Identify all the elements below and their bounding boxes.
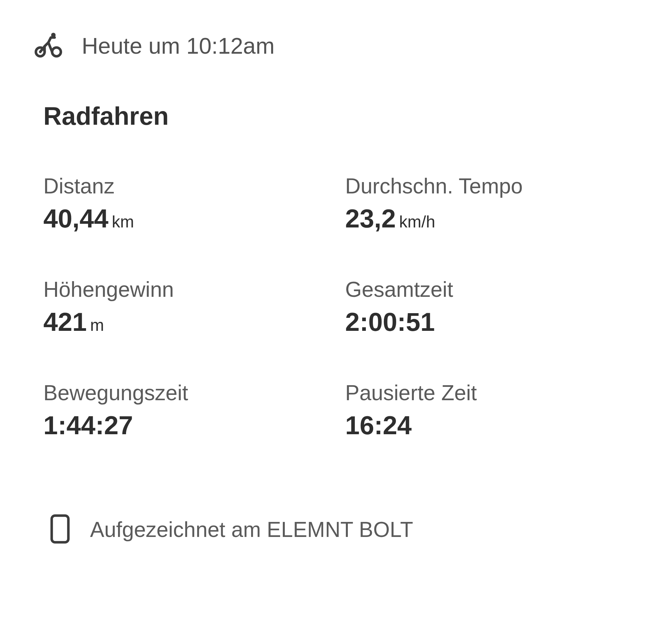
activity-footer: Aufgezeichnet am ELEMNT BOLT bbox=[50, 514, 634, 545]
stat-value-row: 2:00:51 bbox=[345, 307, 634, 337]
activity-title: Radfahren bbox=[43, 101, 634, 130]
recorded-on-text: Aufgezeichnet am ELEMNT BOLT bbox=[90, 517, 413, 542]
svg-rect-3 bbox=[52, 516, 68, 542]
stat-avg-speed: Durchschn. Tempo 23,2 km/h bbox=[345, 174, 634, 234]
stat-unit: m bbox=[90, 316, 104, 335]
phone-icon bbox=[50, 514, 70, 545]
stat-value: 421 bbox=[43, 307, 87, 337]
stat-unit: km bbox=[112, 212, 134, 231]
stat-value-row: 40,44 km bbox=[43, 204, 332, 234]
stat-label: Distanz bbox=[43, 174, 332, 198]
activity-timestamp: Heute um 10:12am bbox=[82, 33, 275, 59]
stat-label: Gesamtzeit bbox=[345, 277, 634, 302]
stat-label: Bewegungszeit bbox=[43, 381, 332, 405]
stat-label: Durchschn. Tempo bbox=[345, 174, 634, 198]
stat-unit: km/h bbox=[399, 212, 435, 231]
stat-paused-time: Pausierte Zeit 16:24 bbox=[345, 381, 634, 440]
stat-value-row: 421 m bbox=[43, 307, 332, 337]
stat-distance: Distanz 40,44 km bbox=[43, 174, 332, 234]
stat-value: 23,2 bbox=[345, 204, 396, 234]
stat-value: 1:44:27 bbox=[43, 410, 133, 440]
stat-label: Höhengewinn bbox=[43, 277, 332, 302]
stats-grid: Distanz 40,44 km Durchschn. Tempo 23,2 k… bbox=[43, 174, 634, 440]
stat-value: 40,44 bbox=[43, 204, 108, 234]
stat-elevation: Höhengewinn 421 m bbox=[43, 277, 332, 337]
stat-label: Pausierte Zeit bbox=[345, 381, 634, 405]
cycling-icon bbox=[33, 30, 63, 61]
svg-point-2 bbox=[51, 33, 56, 37]
stat-value: 2:00:51 bbox=[345, 307, 435, 337]
stat-value-row: 23,2 km/h bbox=[345, 204, 634, 234]
stat-value-row: 1:44:27 bbox=[43, 410, 332, 440]
activity-header: Heute um 10:12am bbox=[33, 30, 634, 61]
stat-moving-time: Bewegungszeit 1:44:27 bbox=[43, 381, 332, 440]
stat-value-row: 16:24 bbox=[345, 410, 634, 440]
svg-point-1 bbox=[52, 48, 61, 57]
stat-value: 16:24 bbox=[345, 410, 412, 440]
stat-total-time: Gesamtzeit 2:00:51 bbox=[345, 277, 634, 337]
